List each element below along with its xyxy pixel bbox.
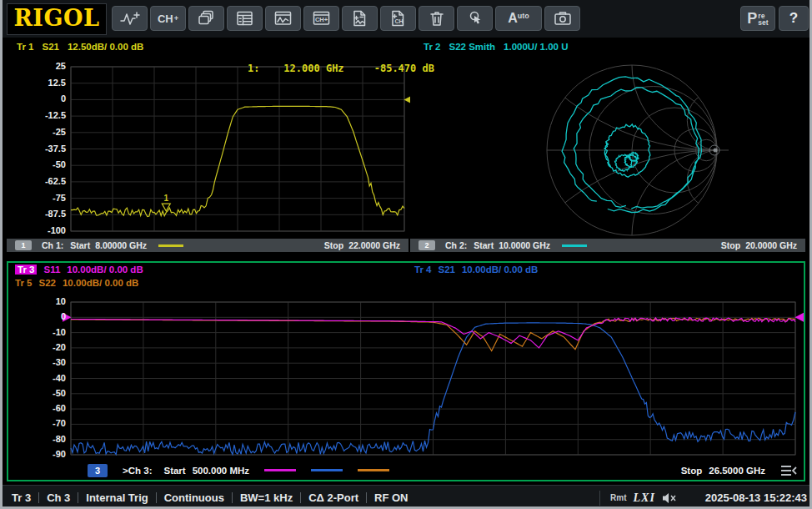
trace3-color-swatch [264, 469, 296, 471]
ch3-badge[interactable]: 3 [88, 464, 108, 477]
measurement-setup-button[interactable] [227, 6, 263, 31]
ch2-smith-chart [410, 39, 805, 239]
channel-window-button[interactable]: CH+ [303, 6, 339, 31]
window-channel-icon: CH+ [312, 9, 332, 28]
camera-icon [553, 9, 573, 28]
ch2-start-value: 10.0000 GHz [499, 240, 550, 250]
ch1-footer: 1 Ch 1: Start 8.00000 GHz Stop 22.0000 G… [7, 239, 409, 252]
status-active-channel[interactable]: Ch 3 [47, 491, 70, 504]
window-layout-button[interactable] [188, 6, 224, 31]
status-trigger-source[interactable]: Internal Trig [86, 491, 148, 504]
save-channel-button[interactable]: CH [380, 6, 416, 31]
vna-screen: RIGOL CH+ [0, 0, 812, 509]
menu-expand-icon[interactable] [779, 464, 799, 477]
file-channel-icon: CH [388, 9, 409, 28]
touch-button[interactable] [457, 6, 493, 31]
trace-add-icon [119, 9, 141, 28]
trace-add-button[interactable] [112, 6, 148, 31]
window-channel-label: CH+ [314, 16, 328, 23]
trace3-active-tag: Tr 3 [15, 265, 37, 275]
file-trace-icon [350, 9, 370, 28]
trace2-color-swatch [562, 244, 587, 247]
marker1-readout: 1: 12.000 GHz -85.470 dB [248, 63, 434, 74]
ch3-start-label: Start [163, 466, 185, 476]
trace2-label[interactable]: Tr 2S22 Smith1.000U/ 1.00 U [424, 42, 568, 52]
auto-scale-button[interactable]: Auto [495, 6, 542, 31]
rigol-logo: RIGOL [7, 3, 107, 35]
window-ch1-trace1[interactable]: 1 2512.50-12.5-25-37.5-50-62.5-75-87.5-1… [7, 39, 409, 252]
window-ch3-active[interactable]: 100-10-20-30-40-50-60-70-80-90 Tr 3S1110… [7, 261, 805, 481]
status-rf-state[interactable]: RF ON [374, 491, 408, 504]
window-ch2-smith[interactable]: Tr 2S22 Smith1.000U/ 1.00 U 2 Ch 2: Star… [410, 39, 805, 252]
trace4-label[interactable]: Tr 4S2110.00dB/ 0.00 dB [414, 265, 538, 275]
channel-add-label: CH [158, 13, 173, 25]
status-if-bandwidth[interactable]: BW=1 kHz [240, 491, 293, 504]
status-sweep-mode[interactable]: Continuous [164, 491, 224, 504]
save-trace-button[interactable] [342, 6, 378, 31]
status-bar: Tr 3 Ch 3 Internal Trig Continuous BW=1 … [0, 485, 812, 509]
ch3-stop-label: Stop [681, 466, 703, 476]
ch3-stop-value: 26.5000 GHz [709, 466, 765, 476]
toolbar-right: P reset ? [740, 6, 809, 31]
plus-icon: + [174, 14, 178, 23]
trace4-color-swatch [311, 469, 343, 471]
file-channel-label: CH [394, 18, 403, 24]
help-button[interactable]: ? [779, 6, 809, 31]
auto-label: A [508, 11, 518, 26]
ch2-footer: 2 Ch 2: Start 10.0000 GHz Stop 20.0000 G… [410, 239, 805, 252]
delete-button[interactable] [419, 6, 454, 31]
ch3-chart [8, 263, 804, 461]
preset-button[interactable]: P reset [740, 6, 775, 31]
ch1-start-label: Start [70, 240, 90, 250]
trace5-color-swatch [358, 469, 389, 471]
status-active-trace[interactable]: Tr 3 [12, 491, 31, 504]
ch2-badge[interactable]: 2 [419, 240, 435, 250]
system-datetime: 2025-08-13 15:22:43 [705, 491, 807, 504]
lxi-indicator: LXI [634, 491, 655, 505]
status-cal-state[interactable]: CΔ 2-Port [308, 491, 358, 504]
remote-indicator: Rmt [610, 493, 626, 502]
status-right-block: Rmt LXI 2025-08-13 15:22:43 [599, 486, 807, 509]
ch3-footer: 3 >Ch 3: Start 500.000 MHz Stop 26.5000 … [8, 461, 804, 480]
ch3-start-value: 500.000 MHz [193, 466, 249, 476]
trash-icon [428, 9, 446, 28]
trace-window-button[interactable] [265, 6, 301, 31]
trace5-label[interactable]: Tr 5S2210.00dB/ 0.00 dB [15, 278, 138, 288]
toolbar-buttons: CH+ CH+ [112, 6, 580, 31]
ch2-stop-value: 20.0000 GHz [745, 240, 797, 250]
preset-label: P [747, 10, 757, 28]
setup-table-icon [235, 9, 255, 28]
svg-text:1: 1 [164, 194, 169, 203]
ch2-stop-label: Stop [721, 240, 740, 250]
trace1-color-swatch [158, 244, 183, 247]
stacked-windows-icon [197, 9, 217, 28]
ch2-start-label: Start [474, 240, 494, 250]
channel-add-button[interactable]: CH+ [150, 6, 186, 31]
ch1-label: Ch 1: [42, 240, 63, 250]
toolbar: RIGOL CH+ [0, 0, 812, 38]
touch-icon [465, 9, 485, 28]
ch3-label: >Ch 3: [123, 466, 152, 476]
ch1-start-value: 8.00000 GHz [95, 240, 147, 250]
ch2-label: Ch 2: [445, 240, 467, 250]
screenshot-button[interactable] [544, 6, 580, 31]
ch1-stop-label: Stop [324, 240, 343, 250]
help-icon: ? [789, 10, 798, 27]
speaker-muted-icon[interactable] [662, 492, 679, 504]
window-trace-icon [273, 9, 293, 28]
ch1-stop-value: 22.0000 GHz [348, 240, 400, 250]
trace1-label[interactable]: Tr 1S2112.50dB/ 0.00 dB [17, 42, 143, 52]
ch1-badge[interactable]: 1 [15, 240, 32, 250]
trace3-label[interactable]: Tr 3S1110.00dB/ 0.00 dB [15, 265, 143, 275]
